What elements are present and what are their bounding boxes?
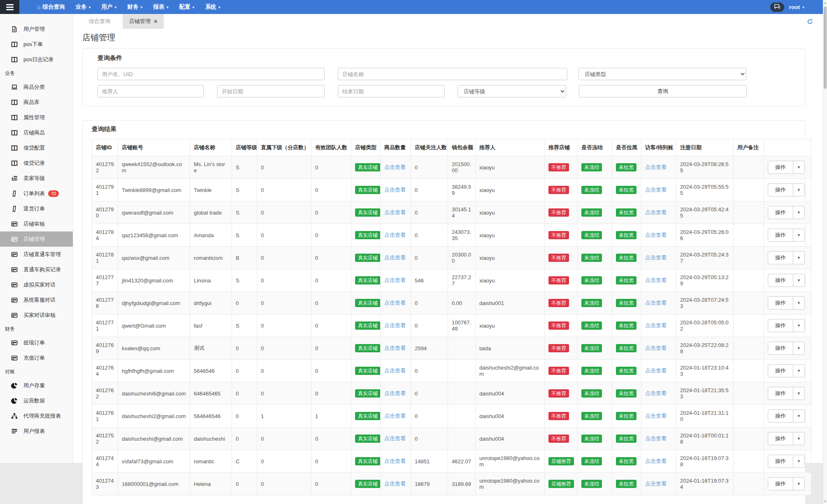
action-dropdown-toggle[interactable]: ▼	[793, 432, 804, 445]
view-goods-link[interactable]: 点击查看	[384, 300, 406, 306]
sidebar-item-loan-records[interactable]: 借贷记录	[0, 155, 73, 171]
view-visitors-link[interactable]: 点击查看	[645, 187, 667, 193]
action-dropdown-toggle[interactable]: ▼	[793, 319, 804, 332]
view-visitors-link[interactable]: 点击查看	[645, 458, 667, 464]
view-goods-link[interactable]: 点击查看	[384, 458, 406, 464]
action-button[interactable]: 操作	[768, 455, 793, 467]
view-visitors-link[interactable]: 点击查看	[645, 277, 667, 283]
view-visitors-link[interactable]: 点击查看	[645, 300, 667, 306]
action-dropdown-toggle[interactable]: ▼	[793, 206, 804, 219]
view-visitors-link[interactable]: 点击查看	[645, 481, 667, 487]
view-goods-link[interactable]: 点击查看	[384, 209, 406, 215]
vertical-scrollbar[interactable]: ▲ ▼	[823, 0, 827, 504]
sidebar-item-operation-data[interactable]: 运营数据	[0, 393, 73, 408]
action-dropdown-toggle[interactable]: ▼	[793, 252, 804, 264]
sidebar-item-virtual-buyer-chat[interactable]: 虚拟买家对话	[0, 277, 73, 292]
sidebar-item-shop-management[interactable]: 店铺管理	[0, 231, 73, 247]
view-visitors-link[interactable]: 点击查看	[645, 209, 667, 215]
action-button[interactable]: 操作	[768, 342, 793, 354]
view-visitors-link[interactable]: 点击查看	[645, 413, 667, 419]
username-uid-input[interactable]	[98, 68, 325, 80]
action-dropdown-toggle[interactable]: ▼	[793, 297, 804, 309]
sidebar-toggle-button[interactable]	[0, 0, 19, 14]
sidebar-item-agent-report[interactable]: 代理商充提报表	[0, 408, 73, 423]
view-goods-link[interactable]: 点击查看	[384, 368, 406, 374]
view-goods-link[interactable]: 点击查看	[384, 481, 406, 487]
action-button[interactable]: 操作	[768, 410, 793, 422]
action-button[interactable]: 操作	[768, 229, 793, 241]
action-button[interactable]: 操作	[768, 432, 793, 445]
action-dropdown-toggle[interactable]: ▼	[793, 365, 804, 377]
sidebar-item-seller-level[interactable]: 卖家等级	[0, 171, 73, 186]
sidebar-item-loan-config[interactable]: 借贷配置	[0, 140, 73, 155]
view-goods-link[interactable]: 点击查看	[384, 164, 406, 170]
scrollbar-thumb[interactable]	[824, 7, 827, 89]
nav-item-reports[interactable]: 报表▾	[148, 0, 174, 14]
view-visitors-link[interactable]: 点击查看	[645, 390, 667, 396]
view-goods-link[interactable]: 点击查看	[384, 232, 406, 238]
sidebar-item-pos-order[interactable]: pos下单	[0, 37, 73, 52]
scroll-up-icon[interactable]: ▲	[823, 1, 827, 4]
scroll-down-icon[interactable]: ▼	[823, 500, 827, 503]
view-goods-link[interactable]: 点击查看	[384, 390, 406, 396]
messages-button[interactable]	[770, 2, 784, 12]
action-dropdown-toggle[interactable]: ▼	[793, 229, 804, 241]
sidebar-item-shop-goods[interactable]: 店铺商品	[0, 125, 73, 140]
view-visitors-link[interactable]: 点击查看	[645, 435, 667, 442]
refresh-button[interactable]	[807, 18, 813, 25]
view-visitors-link[interactable]: 点击查看	[645, 322, 667, 328]
action-dropdown-toggle[interactable]: ▼	[793, 387, 804, 400]
sidebar-item-shop-review[interactable]: 店铺审核	[0, 216, 73, 231]
sidebar-item-withdraw-orders[interactable]: 提现订单	[0, 335, 73, 350]
sidebar-item-user-report[interactable]: 用户报表	[0, 423, 73, 439]
action-button[interactable]: 操作	[768, 274, 793, 287]
action-button[interactable]: 操作	[768, 387, 793, 400]
action-button[interactable]: 操作	[768, 319, 793, 332]
sidebar-item-buyer-chat-review[interactable]: 买家对话审核	[0, 307, 73, 323]
nav-item-users[interactable]: 用户▾	[96, 0, 122, 14]
action-button[interactable]: 操作	[768, 297, 793, 309]
view-goods-link[interactable]: 点击查看	[384, 322, 406, 328]
sidebar-item-goods-library[interactable]: 商品库	[0, 95, 73, 110]
nav-item-dashboard[interactable]: ⌂综合查询	[32, 0, 70, 14]
action-dropdown-toggle[interactable]: ▼	[793, 274, 804, 287]
view-goods-link[interactable]: 点击查看	[384, 413, 406, 419]
view-visitors-link[interactable]: 点击查看	[645, 164, 667, 170]
action-button[interactable]: 操作	[768, 252, 793, 264]
tab-shop-management[interactable]: 店铺管理×	[123, 14, 164, 29]
view-goods-link[interactable]: 点击查看	[384, 435, 406, 442]
view-visitors-link[interactable]: 点击查看	[645, 254, 667, 261]
view-visitors-link[interactable]: 点击查看	[645, 345, 667, 351]
nav-item-business[interactable]: 业务▾	[70, 0, 96, 14]
view-goods-link[interactable]: 点击查看	[384, 187, 406, 193]
sidebar-item-pos-log[interactable]: pos日志记录	[0, 52, 73, 67]
sidebar-item-user-balance[interactable]: 用户存量	[0, 378, 73, 393]
sidebar-item-goods-category[interactable]: 商品分类	[0, 79, 73, 95]
user-menu[interactable]: root ▾	[789, 4, 804, 10]
sidebar-item-return-orders[interactable]: 退货订单	[0, 201, 73, 216]
search-button[interactable]: 查询	[579, 85, 747, 97]
action-dropdown-toggle[interactable]: ▼	[793, 184, 804, 196]
referrer-input[interactable]	[98, 85, 204, 97]
shop-name-input[interactable]	[338, 68, 567, 80]
action-button[interactable]: 操作	[768, 161, 793, 173]
view-goods-link[interactable]: 点击查看	[384, 254, 406, 261]
tab-dashboard[interactable]: 综合查询	[82, 14, 117, 29]
nav-item-finance[interactable]: 财务▾	[122, 0, 148, 14]
action-button[interactable]: 操作	[768, 365, 793, 377]
sidebar-item-shop-train-management[interactable]: 店铺直通车管理	[0, 247, 73, 262]
action-dropdown-toggle[interactable]: ▼	[793, 161, 804, 173]
start-date-input[interactable]	[217, 85, 325, 97]
action-dropdown-toggle[interactable]: ▼	[793, 478, 804, 490]
action-button[interactable]: 操作	[768, 184, 793, 196]
nav-item-system[interactable]: 系统▾	[200, 0, 226, 14]
shop-level-select[interactable]: 店铺等级	[458, 85, 566, 97]
sidebar-item-order-list[interactable]: 订单列表70	[0, 186, 73, 201]
view-goods-link[interactable]: 点击查看	[384, 345, 406, 351]
close-icon[interactable]: ×	[154, 18, 157, 24]
sidebar-item-train-purchase-records[interactable]: 直通车购买记录	[0, 262, 73, 277]
action-dropdown-toggle[interactable]: ▼	[793, 342, 804, 354]
view-goods-link[interactable]: 点击查看	[384, 277, 406, 283]
end-date-input[interactable]	[338, 85, 445, 97]
sidebar-item-user-management[interactable]: 用户管理	[0, 21, 73, 37]
